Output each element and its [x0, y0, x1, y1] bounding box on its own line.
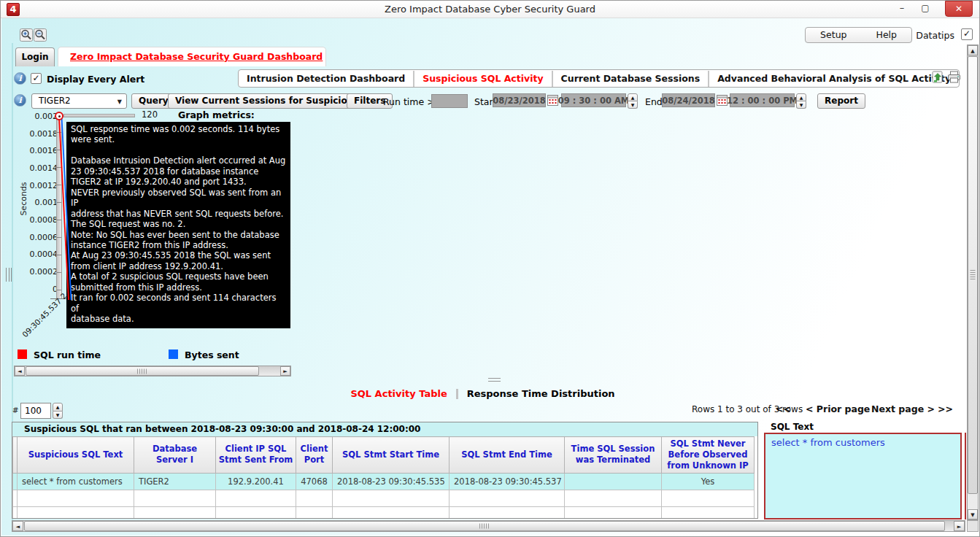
table-row[interactable]: select * from customers TIGER2 192.9.200… [13, 473, 755, 490]
data-point-marker [55, 112, 63, 120]
col-suspicious-sql-text: Suspicious SQL Text [18, 437, 134, 474]
bytes-axis-tick: 120 [142, 109, 158, 120]
step-up-icon[interactable]: ▲ [796, 93, 806, 101]
tab-current-database-sessions[interactable]: Current Database Sessions [553, 71, 710, 87]
col-stmt-start-time: SQL Stmt Start Time [333, 437, 450, 474]
report-button[interactable]: Report [817, 93, 865, 109]
cell-client-port: 47068 [296, 473, 333, 490]
display-every-alert-checkbox[interactable]: ✓ [31, 73, 42, 84]
scroll-down-icon[interactable]: ▼ [968, 509, 978, 519]
tab-login[interactable]: Login [15, 47, 55, 66]
minimize-button[interactable]: – [892, 1, 912, 17]
table-caption: Suspicious SQL that ran between 2018-08-… [12, 422, 757, 436]
database-instance-select[interactable]: TIGER2 ▼ [31, 93, 127, 109]
maximize-button[interactable]: ▢ [915, 1, 935, 17]
step-down-icon[interactable]: ▼ [53, 412, 63, 420]
cell-server: TIGER2 [134, 473, 216, 490]
cell-terminated [565, 473, 662, 490]
scroll-up-icon[interactable]: ▲ [968, 45, 978, 55]
y-tick: 0.0004 [21, 250, 58, 259]
datatips-label: Datatips [916, 30, 954, 41]
col-database-server: Database Server I [134, 437, 216, 474]
end-time-stepper[interactable]: ▲ ▼ [796, 93, 806, 109]
y-tick: 0.0002 [21, 267, 58, 277]
end-date-field[interactable]: 08/24/2018 [662, 93, 715, 107]
main-h-scrollbar[interactable]: ◄ ► [12, 520, 965, 532]
y-axis-title: Seconds [19, 182, 28, 215]
run-time-input[interactable] [431, 94, 468, 108]
start-time-field[interactable]: 09 : 30 : 00 AM [561, 93, 626, 107]
legend-label-sql-run-time: SQL run time [34, 349, 101, 360]
subtab-separator [456, 389, 458, 399]
table-header-row: Suspicious SQL Text Database Server I Cl… [13, 437, 755, 474]
print-icon[interactable] [947, 71, 961, 83]
close-button[interactable]: ✕ [945, 1, 973, 17]
end-calendar-icon[interactable] [717, 94, 728, 106]
scroll-left-icon[interactable]: ◄ [12, 521, 23, 531]
chart-h-scrollbar-thumb[interactable] [26, 366, 259, 376]
window-title: Zero Impact Database Cyber Security Guar… [88, 4, 892, 15]
tab-advanced-behavioral-analysis[interactable]: Advanced Behavioral Analysis of SQL Acti… [709, 71, 959, 87]
setup-help-group: Setup Help [805, 27, 912, 43]
step-up-icon[interactable]: ▲ [628, 93, 638, 101]
chart-h-scrollbar[interactable]: ◄ ► [14, 366, 291, 376]
table-row-empty [13, 490, 755, 506]
info-icon-2[interactable]: i [14, 94, 26, 107]
start-calendar-icon[interactable] [547, 94, 558, 106]
cell-never-observed: Yes [662, 473, 755, 490]
pager-prior[interactable]: < Prior page [806, 403, 870, 414]
col-client-ip: Client IP SQL Stmt Sent From [216, 437, 296, 474]
main-v-scrollbar[interactable]: ▲ ▼ [967, 45, 979, 520]
zoom-out-icon[interactable] [34, 28, 47, 42]
sql-text-box[interactable]: select * from customers [764, 433, 962, 519]
sql-activity-table-panel: Suspicious SQL that ran between 2018-08-… [12, 422, 758, 519]
pager-first[interactable]: << [776, 403, 791, 414]
zoom-in-icon[interactable] [20, 28, 33, 42]
start-time-stepper[interactable]: ▲ ▼ [628, 93, 638, 109]
end-time-field[interactable]: 12 : 00 : 00 PM [730, 93, 795, 107]
y-tick: 0.002 [21, 112, 58, 121]
col-never-observed: SQL Stmt Never Before Observed from Unkn… [662, 437, 755, 474]
scrollbar-corner [967, 520, 979, 532]
row-limit-stepper[interactable]: ▲ ▼ [53, 403, 63, 419]
main-v-scrollbar-thumb[interactable] [968, 56, 978, 494]
setup-button[interactable]: Setup [806, 28, 861, 42]
y-tick: 0.0006 [21, 233, 58, 242]
legend-swatch-bytes-sent [169, 349, 178, 359]
datatips-checkbox[interactable]: ✓ [961, 28, 973, 40]
scroll-right-icon[interactable]: ► [954, 521, 965, 531]
step-down-icon[interactable]: ▼ [628, 101, 638, 109]
col-session-terminated: Time SQL Session was Terminated [565, 437, 662, 474]
tab-response-time-distribution[interactable]: Response Time Distribution [467, 388, 615, 399]
sql-activity-table: Suspicious SQL Text Database Server I Cl… [12, 436, 755, 519]
row-limit-input[interactable]: 100 [20, 403, 51, 419]
step-down-icon[interactable]: ▼ [796, 101, 806, 109]
cell-start-time: 2018-08-23 09:30:45.535 [333, 473, 450, 490]
tab-intrusion-detection-dashboard[interactable]: Intrusion Detection Dashboard [239, 71, 414, 87]
help-button[interactable]: Help [862, 28, 912, 42]
app-icon: 4 [7, 3, 20, 16]
tab-dashboard[interactable]: Zero Impact Database Security Guard Dash… [58, 47, 326, 66]
activity-subtabs: SQL Activity Table Response Time Distrib… [1, 388, 965, 399]
scroll-left-icon[interactable]: ◄ [15, 366, 25, 376]
chart-series-lines [55, 113, 84, 303]
horizontal-splitter-grip[interactable] [488, 378, 501, 382]
pager-last[interactable]: >> [938, 403, 953, 414]
end-label: End [645, 96, 663, 107]
pane-splitter-grip[interactable] [6, 268, 12, 282]
tab-sql-activity-table[interactable]: SQL Activity Table [350, 388, 447, 399]
export-icon[interactable] [932, 71, 944, 83]
graph-metrics-label: Graph metrics: [178, 109, 255, 120]
col-client-port: Client Port [296, 437, 333, 474]
tab-suspicious-sql-activity[interactable]: Suspicious SQL Activity [414, 71, 552, 87]
step-up-icon[interactable]: ▲ [53, 403, 63, 412]
main-h-scrollbar-thumb[interactable] [24, 521, 945, 531]
database-instance-value: TIGER2 [39, 96, 71, 106]
scroll-right-icon[interactable]: ► [280, 366, 290, 376]
panel-border-line [965, 433, 966, 519]
pager-next[interactable]: Next page > [871, 403, 935, 414]
cell-client-ip: 192.9.200.41 [216, 473, 296, 490]
y-tick: 0 [21, 285, 58, 294]
start-date-field[interactable]: 08/23/2018 [493, 93, 546, 107]
info-icon[interactable]: i [14, 72, 26, 85]
